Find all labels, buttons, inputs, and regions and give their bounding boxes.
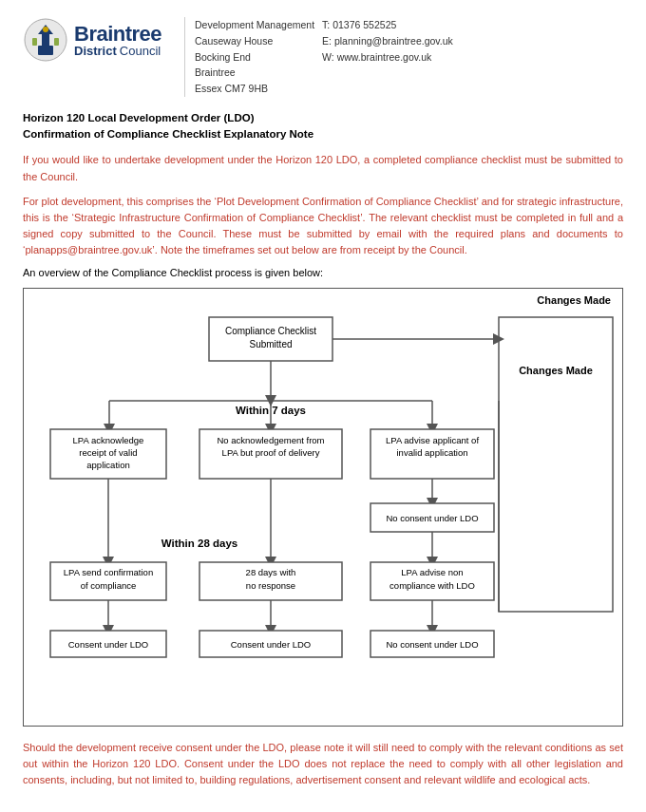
overview-label: An overview of the Compliance Checklist …: [23, 267, 623, 278]
flowchart: Changes Made Changes Made Compliance Che…: [23, 288, 623, 727]
svg-rect-1: [38, 46, 53, 55]
svg-text:28 days with: 28 days with: [246, 567, 296, 577]
logo-district-council: District Council: [74, 45, 162, 57]
doc-title-line2: Confirmation of Compliance Checklist Exp…: [23, 126, 623, 142]
website: W: www.braintree.gov.uk: [322, 49, 623, 66]
svg-text:receipt of valid: receipt of valid: [79, 447, 137, 458]
phone: T: 01376 552525: [322, 17, 623, 33]
svg-text:No acknowledgement from: No acknowledgement from: [218, 435, 325, 445]
logo-text: Braintree District Council: [74, 24, 162, 57]
svg-text:LPA advise non: LPA advise non: [401, 567, 463, 577]
svg-text:LPA send confirmation: LPA send confirmation: [64, 567, 153, 577]
svg-text:of compliance: of compliance: [81, 580, 137, 591]
svg-rect-7: [499, 317, 613, 612]
svg-rect-5: [32, 38, 37, 46]
address-line3: Bocking End: [195, 49, 314, 66]
address-line4: Braintree: [195, 65, 314, 81]
bottom-note: Should the development receive consent u…: [23, 740, 623, 788]
svg-text:LPA acknowledge: LPA acknowledge: [73, 435, 144, 445]
intro-paragraph: If you would like to undertake developme…: [23, 152, 623, 184]
coat-of-arms-icon: [23, 17, 68, 63]
svg-point-4: [43, 27, 48, 32]
svg-rect-6: [54, 38, 59, 46]
email: E: planning@braintree.gov.uk: [322, 33, 623, 49]
page-header: Braintree District Council Development M…: [23, 17, 623, 97]
contact-info: Development Management Causeway House Bo…: [184, 17, 623, 97]
svg-text:invalid application: invalid application: [397, 447, 468, 458]
address-line1: Development Management: [195, 17, 314, 33]
contact-details: T: 01376 552525 E: planning@braintree.go…: [322, 17, 623, 97]
svg-text:compliance with LDO: compliance with LDO: [390, 580, 475, 591]
svg-rect-3: [42, 34, 49, 46]
svg-text:application: application: [86, 460, 129, 470]
svg-text:Within 28 days: Within 28 days: [162, 538, 238, 549]
svg-text:no response: no response: [246, 580, 295, 591]
svg-text:Consent under LDO: Consent under LDO: [68, 639, 149, 650]
document-title: Horizon 120 Local Development Order (LDO…: [23, 110, 623, 143]
logo-braintree-name: Braintree: [74, 24, 162, 45]
address-line5: Essex CM7 9HB: [195, 81, 314, 97]
changes-made-inner-label: Changes Made: [519, 365, 593, 376]
svg-text:LPA advise applicant of: LPA advise applicant of: [386, 435, 479, 445]
flowchart-svg: Changes Made Compliance Checklist Submit…: [33, 298, 622, 716]
address-line2: Causeway House: [195, 33, 314, 49]
svg-text:Consent under LDO: Consent under LDO: [231, 639, 312, 650]
doc-title-line1: Horizon 120 Local Development Order (LDO…: [23, 110, 623, 126]
svg-text:LPA but proof of delivery: LPA but proof of delivery: [222, 447, 320, 458]
detail-paragraph: For plot development, this comprises the…: [23, 194, 623, 258]
address-block: Development Management Causeway House Bo…: [195, 17, 314, 97]
changes-made-header-label: Changes Made: [537, 294, 611, 306]
svg-text:Submitted: Submitted: [249, 339, 292, 349]
logo-area: Braintree District Council: [23, 17, 184, 63]
svg-text:Compliance Checklist: Compliance Checklist: [225, 326, 316, 336]
svg-text:No consent under LDO: No consent under LDO: [386, 513, 478, 523]
svg-text:No consent under LDO: No consent under LDO: [386, 639, 478, 650]
